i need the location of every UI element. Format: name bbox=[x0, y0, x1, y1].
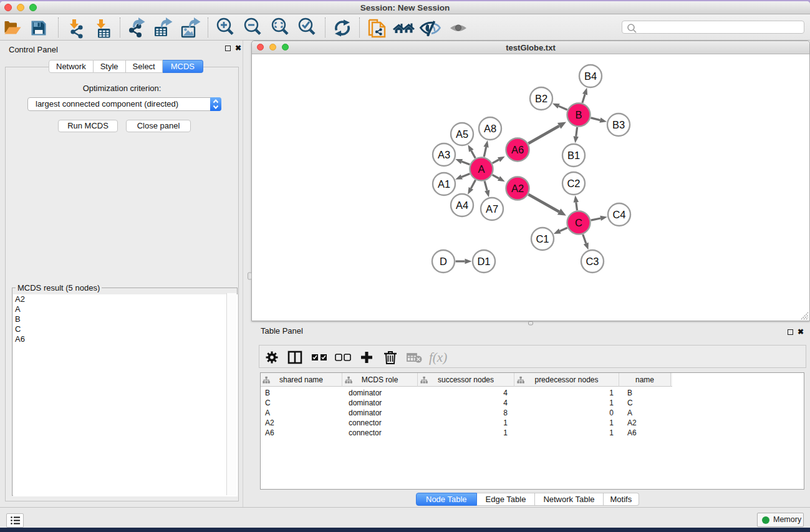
svg-text:B3: B3 bbox=[612, 119, 625, 130]
svg-text:A: A bbox=[478, 163, 485, 175]
svg-text:A3: A3 bbox=[438, 149, 450, 160]
svg-text:A7: A7 bbox=[486, 203, 498, 215]
svg-text:B: B bbox=[575, 109, 582, 120]
svg-text:A8: A8 bbox=[484, 123, 496, 134]
svg-text:f(x): f(x) bbox=[429, 350, 447, 365]
svg-text:B4: B4 bbox=[584, 70, 597, 82]
svg-text:A4: A4 bbox=[456, 200, 468, 211]
svg-text:D: D bbox=[440, 256, 447, 267]
svg-text:A1: A1 bbox=[438, 178, 450, 190]
svg-text:A6: A6 bbox=[511, 144, 524, 155]
svg-text:C4: C4 bbox=[612, 209, 625, 220]
svg-text:C: C bbox=[575, 217, 582, 228]
svg-text:C2: C2 bbox=[567, 178, 580, 189]
svg-text:C3: C3 bbox=[586, 256, 599, 267]
svg-text:B2: B2 bbox=[535, 93, 547, 104]
svg-text:A5: A5 bbox=[456, 128, 468, 140]
svg-text:D1: D1 bbox=[477, 256, 490, 267]
svg-text:C1: C1 bbox=[536, 233, 549, 244]
svg-text:B1: B1 bbox=[567, 150, 580, 161]
svg-text:A2: A2 bbox=[511, 183, 524, 194]
